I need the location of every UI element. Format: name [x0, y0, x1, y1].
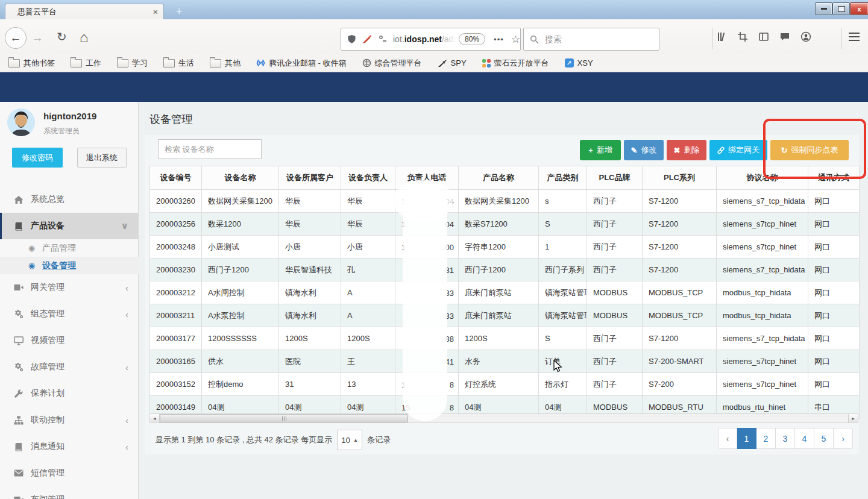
- zoom-level-badge[interactable]: 80%: [459, 33, 485, 45]
- bookmark-folder[interactable]: 学习: [117, 58, 148, 69]
- page-button-1[interactable]: 1: [737, 428, 756, 449]
- column-header[interactable]: 设备所属客户: [279, 166, 341, 190]
- scroll-left-button[interactable]: ◄: [150, 414, 160, 422]
- table-cell: siemens_s7tcp_hinet: [717, 373, 808, 396]
- blocked-pencil-icon[interactable]: [362, 34, 373, 45]
- reload-button[interactable]: ↻: [57, 31, 67, 43]
- sidebar-item-configuration-management[interactable]: 组态管理 ‹: [0, 301, 139, 327]
- column-header[interactable]: PLC系列: [643, 166, 717, 190]
- account-icon[interactable]: [800, 31, 811, 42]
- pencil-icon: ✎: [631, 146, 638, 154]
- page-size-select[interactable]: 10 ▲: [337, 430, 362, 450]
- forward-button[interactable]: →: [31, 31, 43, 43]
- page-actions-icon[interactable]: •••: [494, 35, 504, 44]
- browser-tab[interactable]: 思普云平台 ×: [5, 4, 164, 20]
- bookmark-folder[interactable]: 工作: [71, 58, 101, 69]
- table-cell: 西门子: [587, 373, 643, 396]
- page-button-2[interactable]: 2: [756, 428, 776, 449]
- bookmark-star-icon[interactable]: ☆: [511, 33, 520, 46]
- sidebar-item-maintenance-plan[interactable]: 保养计划: [0, 380, 139, 407]
- column-header[interactable]: 产品名称: [459, 166, 539, 190]
- table-cell: 数据网关采集1200: [202, 190, 279, 213]
- plus-icon: +: [588, 146, 593, 154]
- bookmark-item[interactable]: 综合管理平台: [362, 58, 422, 69]
- browser-search-input[interactable]: [544, 34, 643, 45]
- browser-home-button[interactable]: ⌂: [80, 29, 89, 46]
- table-row[interactable]: 200003212A水闸控制镇海水利A33庶来门前泵站镇海泵站管理MODBUSM…: [150, 281, 860, 304]
- window-restore-button[interactable]: [832, 2, 850, 15]
- sidebar-item-video-management[interactable]: 视频管理: [0, 327, 139, 354]
- table-row[interactable]: 200003165供水医院王41水务订单西门子S7-200-SMARTsieme…: [150, 350, 860, 373]
- page-button-3[interactable]: 3: [776, 428, 795, 449]
- column-header[interactable]: 产品类别: [539, 166, 587, 190]
- table-cell: 西门子: [587, 327, 643, 350]
- table-row[interactable]: 200003230西门子1200华辰智通科技孔31西门子1200西门子系列西门子…: [150, 259, 860, 281]
- table-row[interactable]: 2000031771200SSSSSS1200S1200S881200SS西门子…: [150, 327, 860, 350]
- sidebar-item-product-management[interactable]: ◉ 产品管理: [0, 239, 139, 257]
- table-cell: 200003177: [150, 327, 202, 350]
- edit-button[interactable]: ✎修改: [624, 140, 664, 160]
- column-header[interactable]: 设备负责人: [341, 166, 395, 190]
- sidebar-item-system-overview[interactable]: 系统总览: [0, 186, 139, 213]
- sidebar-item-message-notification[interactable]: 消息通知 ‹: [0, 433, 139, 460]
- scroll-right-button[interactable]: ►: [848, 414, 858, 422]
- bind-gateway-button[interactable]: 绑定网关: [709, 140, 767, 160]
- table-cell: 西门子: [587, 213, 643, 236]
- permissions-icon[interactable]: [379, 35, 387, 43]
- browser-search-box[interactable]: [523, 28, 659, 51]
- page-button-5[interactable]: 5: [814, 428, 834, 449]
- browser-menu-icon[interactable]: [849, 33, 860, 43]
- table-cell: 31: [279, 373, 341, 396]
- table-cell: siemens_s7tcp_hinet: [717, 236, 808, 259]
- pagination: ‹ 1 2 3 4 5 ›: [718, 428, 853, 449]
- window-close-button[interactable]: x: [850, 2, 868, 15]
- tab-close-icon[interactable]: ×: [153, 8, 158, 16]
- logout-button[interactable]: 退出系统: [77, 148, 127, 168]
- sidebar-item-linkage-control[interactable]: 联动控制 ‹: [0, 407, 139, 433]
- url-bar[interactable]: iot.idosp.net/admin/index.html?langu 80%…: [341, 28, 521, 51]
- column-header[interactable]: 设备编号: [150, 166, 202, 190]
- sidebar-item-fault-management[interactable]: 故障管理 ‹: [0, 354, 139, 380]
- bookmark-item[interactable]: 腾讯企业邮箱 - 收件箱: [256, 58, 347, 69]
- new-tab-button[interactable]: +: [171, 5, 187, 18]
- avatar[interactable]: [7, 108, 35, 136]
- delete-button[interactable]: ✖删除: [667, 140, 706, 160]
- sidebar-item-sms-management[interactable]: 短信管理: [0, 460, 139, 486]
- library-icon[interactable]: [716, 31, 727, 42]
- window-minimize-button[interactable]: [815, 2, 832, 15]
- column-header[interactable]: 设备名称: [202, 166, 279, 190]
- table-row[interactable]: 200003248小唐测试小唐小唐100字符串12001西门子S7-1200si…: [150, 236, 860, 259]
- scrollbar-thumb[interactable]: [160, 414, 408, 422]
- wrench-icon: [13, 389, 24, 398]
- bookmark-folder[interactable]: 生活: [163, 58, 194, 69]
- sidebar-item-product-device[interactable]: 产品设备 ∨: [0, 213, 139, 239]
- page-button-4[interactable]: 4: [795, 428, 814, 449]
- cross-icon: ✖: [674, 146, 681, 154]
- table-row[interactable]: 200003260数据网关采集1200华辰华辰104数据网关采集1200s西门子…: [150, 190, 860, 213]
- screenshot-crop-icon[interactable]: [737, 31, 748, 42]
- bookmark-item[interactable]: ↗ XSY: [565, 58, 593, 67]
- column-header[interactable]: PLC品牌: [587, 166, 643, 190]
- sidebar-item-gateway-management[interactable]: 网关管理 ‹: [0, 274, 139, 301]
- sidebar-item-device-management[interactable]: ◉ 设备管理: [0, 257, 139, 274]
- horizontal-scrollbar[interactable]: ◄ ►: [149, 413, 858, 423]
- change-password-button[interactable]: 修改密码: [12, 148, 63, 168]
- bookmark-item[interactable]: 萤石云开放平台: [482, 58, 549, 69]
- sidebar-item-workshop-management[interactable]: 车间管理: [0, 486, 139, 499]
- add-button[interactable]: +新增: [580, 140, 621, 160]
- url-text: iot.idosp.net/admin/index.html?langu: [393, 34, 456, 44]
- bookmark-folder[interactable]: 其他书签: [8, 58, 55, 69]
- table-row[interactable]: 200003211A水泵控制镇海水利A33庶来门前泵站镇海泵站管理MODBUSM…: [150, 304, 860, 327]
- chat-bubble-icon[interactable]: [779, 31, 790, 42]
- device-search-input[interactable]: [158, 139, 262, 159]
- prev-page-button[interactable]: ‹: [718, 428, 737, 449]
- table-row[interactable]: 200003152控制demo311318灯控系统指示灯西门子S7-200sie…: [150, 373, 860, 396]
- table-body: 200003260数据网关采集1200华辰华辰104数据网关采集1200s西门子…: [150, 190, 860, 419]
- shield-icon[interactable]: [347, 34, 356, 44]
- bookmark-item[interactable]: SPY: [438, 58, 467, 67]
- next-page-button[interactable]: ›: [834, 428, 853, 449]
- sidebar-toggle-icon[interactable]: [758, 31, 769, 42]
- bookmark-folder[interactable]: 其他: [210, 58, 241, 69]
- back-button[interactable]: ←: [5, 27, 27, 49]
- table-row[interactable]: 200003256数采1200华辰华辰104数采S71200S西门子S7-120…: [150, 213, 860, 236]
